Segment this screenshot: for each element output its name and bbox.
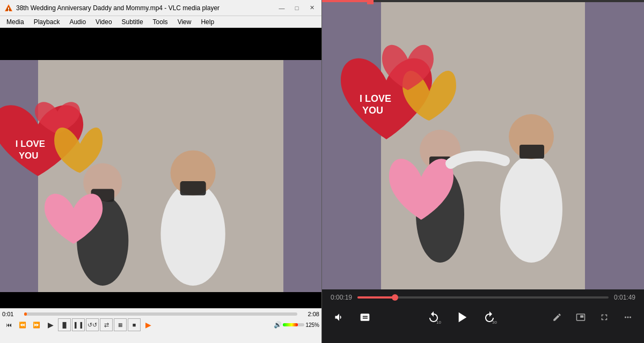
svg-rect-17 <box>585 0 644 289</box>
svg-text:YOU: YOU <box>362 105 383 116</box>
svg-rect-23 <box>519 145 544 159</box>
vlc-menu-help[interactable]: Help <box>196 17 218 27</box>
svg-rect-6 <box>283 60 321 292</box>
modern-video-area: I LOVE YOU <box>322 0 644 289</box>
vlc-step-back-btn[interactable]: ⏪ <box>16 318 29 331</box>
vlc-maximize-btn[interactable]: □ <box>291 3 302 13</box>
vlc-time-current: 0:01 <box>2 311 21 317</box>
svg-rect-12 <box>180 181 206 195</box>
modern-play-pause-btn[interactable] <box>451 307 472 328</box>
vlc-volume-icon: 🔊 <box>274 321 282 329</box>
vlc-volume-pct: 125% <box>305 322 319 328</box>
svg-rect-2 <box>8 8 9 10</box>
vlc-volume-bar[interactable] <box>283 323 304 326</box>
modern-fullscreen-btn[interactable] <box>597 310 612 325</box>
modern-player: I LOVE YOU 0:00:19 0:01:49 <box>322 0 644 343</box>
modern-left-controls <box>331 309 374 326</box>
vlc-stop-btn[interactable]: ■ <box>128 318 141 331</box>
modern-volume-btn[interactable] <box>331 309 348 326</box>
svg-rect-3 <box>8 10 9 11</box>
vlc-video-content: I LOVE YOU <box>0 60 321 292</box>
modern-more-btn[interactable] <box>620 310 635 325</box>
vlc-menu-playback[interactable]: Playback <box>30 17 64 27</box>
vlc-slower-btn[interactable]: ⏩ <box>30 318 43 331</box>
vlc-window: 38th Wedding Anniversary Daddy and Mommy… <box>0 0 322 343</box>
modern-seek-thumb <box>392 294 398 301</box>
vlc-menu-media[interactable]: Media <box>2 17 28 27</box>
modern-seek-bar[interactable] <box>357 296 609 299</box>
vlc-skip-back-btn[interactable]: ⏮ <box>2 318 15 331</box>
vlc-frame-btn2[interactable]: ▌▐ <box>72 318 85 331</box>
vlc-app-icon <box>4 4 13 12</box>
vlc-menu-tools[interactable]: Tools <box>149 17 172 27</box>
modern-seek-fill <box>357 296 395 299</box>
svg-text:I LOVE: I LOVE <box>16 139 45 149</box>
svg-point-10 <box>161 183 225 286</box>
vlc-titlebar: 38th Wedding Anniversary Daddy and Mommy… <box>0 0 321 16</box>
svg-text:YOU: YOU <box>19 151 38 161</box>
svg-text:I LOVE: I LOVE <box>360 93 391 104</box>
vlc-close-btn[interactable]: ✕ <box>306 3 317 13</box>
vlc-minimize-btn[interactable]: — <box>276 3 287 13</box>
vlc-progress-row: 0:01 2:08 <box>2 310 319 318</box>
modern-forward-btn[interactable]: 30 <box>481 309 498 326</box>
vlc-window-controls: — □ ✕ <box>276 3 317 13</box>
vlc-volume-fill <box>283 323 298 326</box>
modern-center-controls: 10 30 <box>425 307 498 328</box>
vlc-video-area: I LOVE YOU <box>0 28 321 308</box>
modern-time-current: 0:00:19 <box>331 294 352 301</box>
modern-top-seek-thumb <box>367 0 374 4</box>
vlc-buttons-row: ⏮ ⏪ ⏩ ▶ ▐▌ ▌▐ ↺↺ ⇄ ▦ ■ ▶ 🔊 125 <box>2 318 319 331</box>
vlc-time-total: 2:08 <box>301 311 319 317</box>
modern-rewind-btn[interactable]: 10 <box>425 309 442 326</box>
vlc-play-btn-main[interactable]: ▶ <box>142 318 155 331</box>
modern-pip-btn[interactable] <box>573 310 588 325</box>
vlc-menubar: Media Playback Audio Video Subtitle Tool… <box>0 16 321 28</box>
vlc-shuffle-btn[interactable]: ⇄ <box>100 318 113 331</box>
svg-rect-16 <box>322 0 381 289</box>
vlc-progress-fill <box>24 312 27 316</box>
modern-subtitles-btn[interactable] <box>356 309 374 326</box>
modern-video-content: I LOVE YOU <box>322 0 644 289</box>
vlc-menu-video[interactable]: Video <box>91 17 116 27</box>
vlc-menu-audio[interactable]: Audio <box>65 17 90 27</box>
vlc-frame-btn1[interactable]: ▐▌ <box>58 318 71 331</box>
vlc-extended-btn[interactable]: ▦ <box>114 318 127 331</box>
vlc-volume-section: 🔊 125% <box>274 321 319 329</box>
vlc-menu-subtitle[interactable]: Subtitle <box>118 17 148 27</box>
vlc-letterbox-top <box>0 28 321 60</box>
modern-top-seek <box>322 0 644 2</box>
vlc-controls: 0:01 2:08 ⏮ ⏪ ⏩ ▶ ▐▌ ▌▐ ↺↺ ⇄ ▦ ■ ▶ <box>0 308 321 343</box>
vlc-progress-bar[interactable] <box>24 312 297 316</box>
modern-controls: 0:00:19 0:01:49 <box>322 289 644 343</box>
svg-rect-4 <box>0 60 321 292</box>
vlc-play-pause-btn[interactable]: ▶ <box>44 318 57 331</box>
svg-point-21 <box>500 155 562 263</box>
modern-buttons-row: 10 30 <box>331 307 635 328</box>
modern-time-total: 0:01:49 <box>614 294 635 301</box>
modern-video-scene: I LOVE YOU <box>322 0 644 289</box>
modern-top-seek-fill <box>322 0 370 2</box>
svg-rect-5 <box>0 60 38 292</box>
modern-edit-btn[interactable] <box>550 310 565 325</box>
vlc-menu-view[interactable]: View <box>173 17 196 27</box>
vlc-window-title: 38th Wedding Anniversary Daddy and Mommy… <box>16 4 276 12</box>
vlc-letterbox-bottom <box>0 292 321 308</box>
vlc-loop-btn[interactable]: ↺↺ <box>86 318 99 331</box>
modern-seek-row: 0:00:19 0:01:49 <box>331 294 635 301</box>
modern-right-controls <box>550 310 635 325</box>
vlc-video-scene: I LOVE YOU <box>0 60 321 292</box>
